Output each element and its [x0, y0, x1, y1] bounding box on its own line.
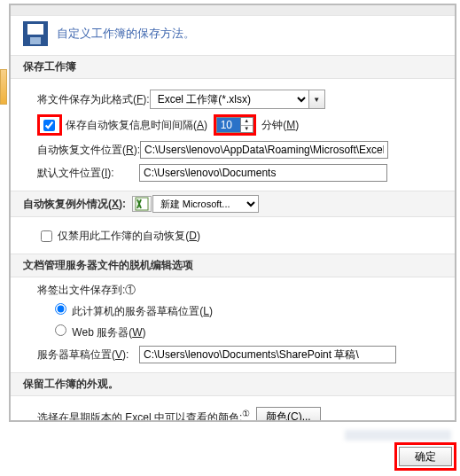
format-dropdown-button[interactable]: ▼: [309, 90, 325, 109]
label-default-loc: 默认文件位置(I):: [37, 166, 139, 181]
label-save-checkout: 将签出文件保存到:①: [37, 283, 442, 298]
interval-spinner[interactable]: ▲▼: [241, 117, 253, 133]
interval-input[interactable]: [216, 117, 241, 133]
left-tab-stub: [0, 69, 7, 105]
section-save-workbook: 保存工作簿: [11, 55, 455, 79]
label-compat-colors: 选择在早期版本的 Excel 中可以查看的颜色:①: [37, 409, 250, 423]
format-select[interactable]: Excel 工作簿(*.xlsx): [150, 90, 309, 109]
page-title: 自定义工作簿的保存方法。: [57, 26, 195, 42]
decorative-smudge: [345, 430, 451, 441]
section-compat: 保留工作簿的外观。: [11, 372, 455, 396]
excel-file-icon: [132, 196, 152, 212]
save-icon: [23, 21, 48, 46]
label-save-format: 将文件保存为此格式(F):: [37, 92, 150, 107]
exception-workbook-select[interactable]: 新建 Microsoft...: [152, 195, 259, 213]
ok-button[interactable]: 确定: [399, 447, 452, 466]
label-autorecover-loc: 自动恢复文件位置(R):: [37, 143, 140, 158]
radio-web-server[interactable]: Web 服务器(W): [51, 322, 442, 340]
colors-button[interactable]: 颜色(C)...: [256, 407, 321, 422]
autosave-checkbox[interactable]: [43, 120, 55, 131]
label-autosave: 保存自动恢复信息时间间隔(A): [66, 118, 207, 133]
disable-autorecover-checkbox[interactable]: [41, 230, 52, 242]
label-drafts-loc: 服务器草稿位置(V):: [37, 347, 139, 363]
default-path-input[interactable]: [139, 164, 387, 182]
section-autorecover-except: 自动恢复例外情况(X): 新建 Microsoft...: [11, 191, 455, 217]
drafts-path-input[interactable]: [139, 346, 396, 363]
label-minutes: 分钟(M): [261, 118, 299, 133]
section-offline-edit: 文档管理服务器文件的脱机编辑选项: [11, 254, 455, 277]
radio-local-drafts[interactable]: 此计算机的服务器草稿位置(L): [51, 300, 442, 319]
label-disable-autorecover: 仅禁用此工作簿的自动恢复(D): [58, 229, 200, 244]
autorecover-path-input[interactable]: [140, 141, 388, 159]
